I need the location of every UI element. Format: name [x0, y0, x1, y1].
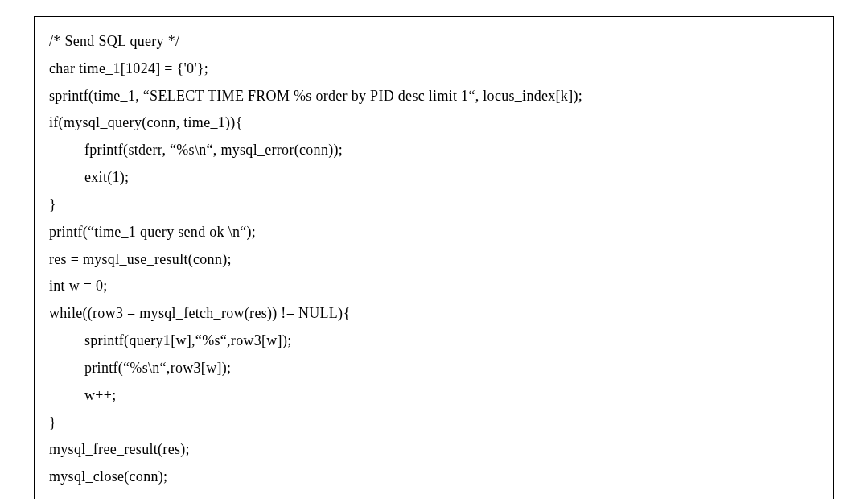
code-line: exit(1);: [49, 164, 819, 192]
code-line: w++;: [49, 382, 819, 410]
code-line: printf(“%s\n“,row3[w]);: [49, 355, 819, 382]
code-line: char time_1[1024] = {'0'};: [49, 56, 819, 83]
code-line: res = mysql_use_result(conn);: [49, 246, 819, 274]
code-block: /* Send SQL query */ char time_1[1024] =…: [34, 16, 834, 499]
code-line: sprintf(query1[w],“%s“,row3[w]);: [49, 328, 819, 355]
code-line: mysql_free_result(res);: [49, 436, 819, 464]
code-line: /* Send SQL query */: [49, 28, 819, 56]
code-line: }: [49, 410, 819, 437]
code-line: sprintf(time_1, “SELECT TIME FROM %s ord…: [49, 83, 819, 110]
code-line: int w = 0;: [49, 273, 819, 300]
code-line: printf(“time_1 query send ok \n“);: [49, 219, 819, 246]
code-line: fprintf(stderr, “%s\n“, mysql_error(conn…: [49, 137, 819, 164]
code-line: }: [49, 192, 819, 219]
code-line: while((row3 = mysql_fetch_row(res)) != N…: [49, 300, 819, 328]
code-line: if(mysql_query(conn, time_1)){: [49, 109, 819, 137]
code-line: mysql_close(conn);: [49, 464, 819, 491]
